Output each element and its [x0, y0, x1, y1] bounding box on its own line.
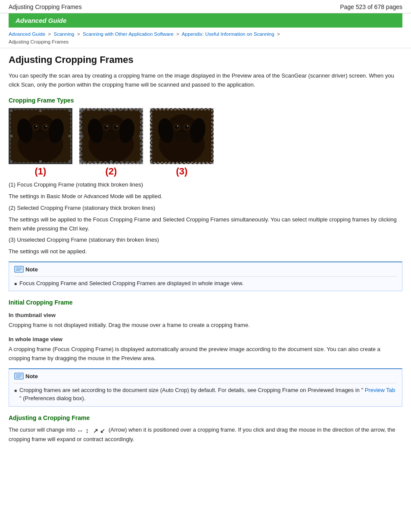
breadcrumb-current: Adjusting Cropping Frames	[9, 39, 68, 44]
main-title: Adjusting Cropping Frames	[9, 54, 402, 65]
crop-type-1-title: (1) Focus Cropping Frame (rotating thick…	[9, 180, 402, 190]
svg-point-35	[116, 126, 118, 127]
page-header: Adjusting Cropping Frames Page 523 of 67…	[0, 0, 411, 13]
arrow-icons: ↔ ↕ ↗ ↙	[77, 426, 107, 435]
svg-point-10	[46, 126, 47, 127]
note-box-1: Note ■ Focus Cropping Frame and Selected…	[9, 261, 402, 292]
svg-rect-19	[68, 109, 71, 112]
adjusting-section: Adjusting a Cropping Frame The cursor wi…	[9, 414, 402, 444]
main-content: Adjusting Cropping Frames You can specif…	[0, 48, 411, 455]
svg-rect-18	[39, 109, 42, 112]
crop-label-3: (3)	[176, 166, 188, 177]
crop-type-1-desc: The settings in Basic Mode or Advanced M…	[9, 192, 402, 201]
note-box-2: Note ■ Cropping frames are set according…	[9, 368, 402, 407]
svg-rect-17	[10, 109, 12, 112]
cropping-frame-types-heading: Cropping Frame Types	[9, 97, 402, 104]
note-header-2: Note	[14, 373, 397, 380]
advanced-guide-bar: Advanced Guide	[9, 13, 402, 28]
svg-point-57	[187, 126, 188, 127]
crop-label-1: (1)	[35, 166, 47, 177]
svg-text:↙: ↙	[100, 427, 105, 434]
crop-type-3-title: (3) Unselected Cropping Frame (stationar…	[9, 236, 402, 245]
thumbnail-view-heading: In thumbnail view	[9, 312, 402, 318]
svg-point-8	[44, 125, 48, 130]
crop-image-box-1	[9, 108, 72, 164]
note-bullet-1: ■	[14, 280, 17, 287]
breadcrumb: Advanced Guide > Scanning > Scanning wit…	[0, 28, 411, 48]
note-icon-1	[14, 266, 24, 274]
note-item-1: ■ Focus Cropping Frame and Selected Crop…	[14, 279, 397, 288]
svg-point-37	[104, 131, 118, 141]
page-header-title: Adjusting Cropping Frames	[9, 3, 82, 10]
breadcrumb-appendix[interactable]: Appendix: Useful Information on Scanning	[182, 31, 274, 37]
svg-rect-44	[81, 161, 83, 163]
adjusting-text: The cursor will change into ↔ ↕ ↗ ↙ (Arr…	[9, 426, 402, 444]
note-divider	[14, 276, 397, 277]
svg-rect-23	[39, 161, 42, 163]
thumbnail-view-text: Cropping frame is not displayed initiall…	[9, 321, 402, 330]
crop-type-2-title: (2) Selected Cropping Frame (stationary …	[9, 204, 402, 213]
svg-rect-45	[110, 161, 112, 163]
crop-image-box-3	[150, 108, 214, 164]
svg-point-55	[185, 125, 189, 129]
whole-image-text: A cropping frame (Focus Cropping Frame) …	[9, 345, 402, 363]
advanced-guide-label: Advanced Guide	[16, 17, 66, 24]
whole-image-heading: In whole image view	[9, 336, 402, 342]
crop-image-box-2	[79, 108, 143, 164]
svg-point-9	[36, 126, 37, 127]
crop-label-2: (2)	[106, 166, 117, 177]
initial-cropping-frame-heading: Initial Cropping Frame	[9, 299, 402, 306]
dog-image-2	[81, 109, 142, 163]
svg-point-54	[175, 125, 179, 129]
svg-point-7	[34, 125, 38, 130]
dog-image-3	[151, 109, 213, 163]
crop-type-2-desc: The settings will be applied to the Focu…	[9, 215, 402, 233]
svg-point-12	[33, 131, 48, 141]
svg-point-56	[177, 126, 178, 127]
svg-text:↔: ↔	[77, 427, 84, 434]
svg-point-33	[114, 125, 118, 130]
dog-image-1	[10, 109, 71, 163]
note-header-1: Note	[14, 266, 397, 274]
svg-rect-20	[10, 135, 12, 138]
svg-rect-22	[10, 161, 12, 163]
preview-tab-link[interactable]: Preview Tab	[365, 387, 395, 393]
note-icon-2	[14, 373, 24, 380]
svg-point-34	[106, 126, 108, 127]
svg-rect-39	[81, 109, 83, 112]
crop-image-3: (3)	[150, 108, 214, 177]
cropping-frame-types-section: Cropping Frame Types	[9, 97, 402, 291]
svg-rect-46	[139, 161, 142, 163]
svg-rect-40	[110, 109, 112, 112]
note-item-2: ■ Cropping frames are set according to t…	[14, 386, 397, 403]
note-text-2: Cropping frames are set according to the…	[19, 386, 397, 403]
page-number: Page 523 of 678 pages	[340, 3, 402, 10]
initial-cropping-frame-section: Initial Cropping Frame In thumbnail view…	[9, 299, 402, 406]
cropping-images-row: (1)	[9, 108, 402, 177]
svg-text:↕: ↕	[85, 427, 89, 434]
svg-rect-41	[139, 109, 142, 112]
adjusting-heading: Adjusting a Cropping Frame	[9, 414, 402, 421]
breadcrumb-advanced-guide[interactable]: Advanced Guide	[9, 31, 45, 37]
note-divider-2	[14, 383, 397, 383]
breadcrumb-scanning-other[interactable]: Scanning with Other Application Software	[83, 31, 174, 37]
crop-image-2: (2)	[79, 108, 143, 177]
svg-rect-24	[68, 161, 71, 163]
svg-point-32	[104, 125, 109, 130]
note-bullet-2: ■	[14, 387, 17, 394]
svg-rect-43	[139, 135, 142, 138]
svg-rect-42	[81, 135, 83, 138]
svg-point-59	[174, 131, 190, 141]
intro-text: You can specify the scan area by creatin…	[9, 72, 402, 90]
breadcrumb-scanning[interactable]: Scanning	[54, 31, 75, 37]
svg-text:↗: ↗	[93, 427, 98, 434]
crop-type-3-desc: The settings will not be applied.	[9, 247, 402, 256]
crop-image-1: (1)	[9, 108, 72, 177]
svg-rect-21	[68, 135, 71, 138]
